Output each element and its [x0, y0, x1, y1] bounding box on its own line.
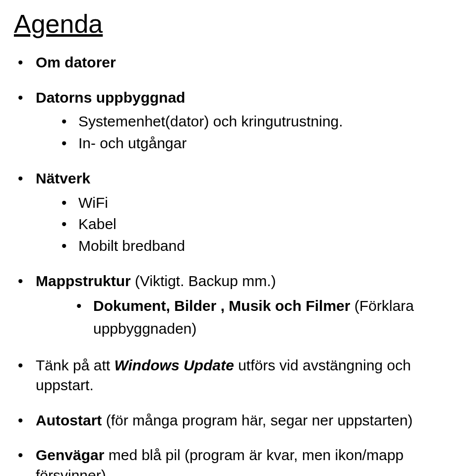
text-windows-pre: Tänk på att: [36, 357, 114, 373]
sub-dokument: Dokument, Bilder , Musik och Filmer (För…: [76, 295, 462, 341]
page-title: Agenda: [14, 9, 462, 39]
sub-systemenhet: Systemenhet(dator) och kringutrustning.: [61, 111, 462, 132]
text-natverk: Nätverk: [36, 170, 90, 186]
text-wifi: WiFi: [78, 194, 108, 211]
text-windows-bold: Windows Update: [114, 357, 234, 373]
text-genvagar-bold: Genvägar: [36, 447, 104, 463]
slide-page: Agenda Om datorer Datorns uppbyggnad Sys…: [0, 0, 476, 476]
sub-mobilt: Mobilt bredband: [61, 235, 462, 257]
text-in-utgangar: In- och utgångar: [78, 135, 186, 151]
item-om-datorer: Om datorer: [14, 53, 462, 73]
text-om-datorer: Om datorer: [36, 54, 116, 70]
text-autostart-rest: (för många program här, segar ner uppsta…: [106, 412, 413, 428]
text-mappstruktur-bold: Mappstruktur: [36, 273, 135, 289]
sub-kabel: Kabel: [61, 213, 462, 235]
item-autostart: Autostart (för många program här, segar …: [14, 411, 462, 431]
text-datorns-uppbyggnad: Datorns uppbyggnad: [36, 89, 185, 106]
sub-natverk: WiFi Kabel Mobilt bredband: [61, 192, 462, 257]
item-mappstruktur: Mappstruktur (Viktigt. Backup mm.) Dokum…: [14, 271, 462, 341]
sub-wifi: WiFi: [61, 192, 462, 214]
text-dokument-bold: Dokument, Bilder , Musik och Filmer: [93, 298, 355, 314]
text-mobilt: Mobilt bredband: [78, 238, 185, 254]
item-genvagar: Genvägar med blå pil (program är kvar, m…: [14, 445, 462, 476]
sub-datorns: Systemenhet(dator) och kringutrustning. …: [61, 111, 462, 154]
text-mappstruktur-rest: (Viktigt. Backup mm.): [135, 273, 276, 289]
sub-mappstruktur: Dokument, Bilder , Musik och Filmer (För…: [76, 295, 462, 341]
text-kabel: Kabel: [78, 216, 117, 232]
item-datorns-uppbyggnad: Datorns uppbyggnad Systemenhet(dator) oc…: [14, 88, 462, 154]
text-autostart-bold: Autostart: [36, 412, 106, 428]
item-natverk: Nätverk WiFi Kabel Mobilt bredband: [14, 169, 462, 256]
sub-in-utgangar: In- och utgångar: [61, 132, 462, 154]
agenda-list: Om datorer Datorns uppbyggnad Systemenhe…: [14, 53, 462, 476]
item-windows-update: Tänk på att Windows Update utförs vid av…: [14, 356, 462, 396]
text-systemenhet: Systemenhet(dator) och kringutrustning.: [78, 113, 343, 129]
